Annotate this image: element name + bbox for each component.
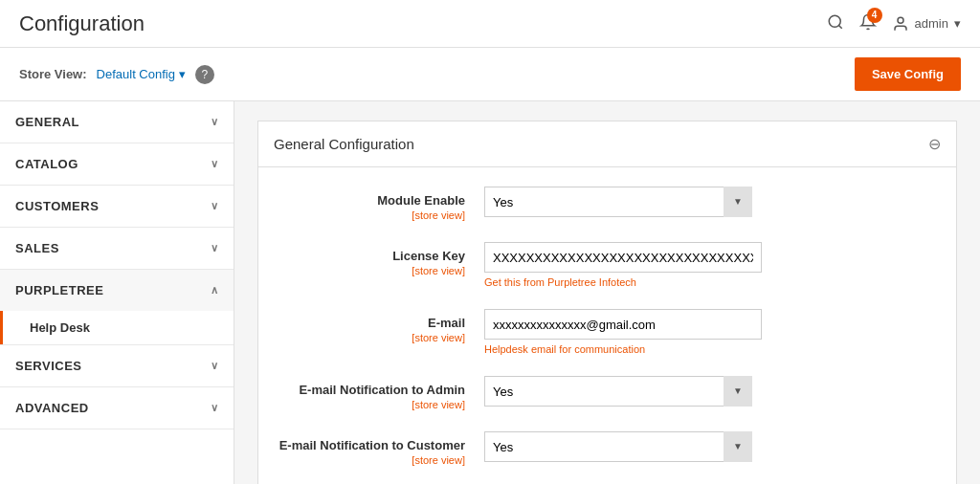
form-row-license-key: License Key [store view] Get this from P… <box>274 242 941 288</box>
notification-badge: 4 <box>867 8 882 23</box>
form-label-email-notification-admin: E-mail Notification to Admin [store view… <box>274 376 484 410</box>
sidebar-item-sales-label: SALES <box>15 241 59 255</box>
customers-chevron-icon: ∨ <box>211 200 219 212</box>
section-title: General Configuration <box>274 136 414 152</box>
module-enable-label: Module Enable <box>377 193 465 208</box>
email-sub-label: [store view] <box>274 332 465 343</box>
store-view-dropdown[interactable]: Default Config ▾ <box>97 67 186 81</box>
page-title: Configuration <box>19 11 145 36</box>
sidebar-item-catalog-label: CATALOG <box>15 157 78 171</box>
form-row-module-enable: Module Enable [store view] Yes No <box>274 187 941 221</box>
email-notification-admin-sub-label: [store view] <box>274 399 465 410</box>
email-notification-customer-label: E-mail Notification to Customer <box>279 438 465 452</box>
form-field-module-enable: Yes No <box>484 187 941 217</box>
svg-line-1 <box>838 25 841 28</box>
form-label-email: E-mail [store view] <box>274 309 484 343</box>
purpletree-sub-items: Help Desk <box>0 311 234 344</box>
sidebar-item-services-label: SERVICES <box>15 359 82 373</box>
sidebar-item-purpletree-label: PURPLETREE <box>15 283 103 297</box>
email-label: E-mail <box>428 316 465 330</box>
form-label-license-key: License Key [store view] <box>274 242 484 276</box>
admin-label: admin <box>915 16 948 31</box>
form-field-license-key: Get this from Purpletree Infotech <box>484 242 941 288</box>
store-view-bar: Store View: Default Config ▾ ? Save Conf… <box>0 48 980 101</box>
store-view-chevron-icon: ▾ <box>179 67 186 81</box>
sales-chevron-icon: ∨ <box>211 242 219 254</box>
sidebar-item-customers[interactable]: CUSTOMERS ∨ <box>0 186 234 228</box>
module-enable-select[interactable]: Yes No <box>484 187 752 217</box>
email-notification-customer-select-wrapper: Yes No <box>484 431 752 462</box>
license-key-hint: Get this from Purpletree Infotech <box>484 276 941 288</box>
general-chevron-icon: ∨ <box>211 116 219 128</box>
sidebar-subitem-helpdesk[interactable]: Help Desk <box>0 311 234 344</box>
notification-button[interactable]: 4 <box>859 13 877 34</box>
catalog-chevron-icon: ∨ <box>211 158 219 170</box>
sidebar-item-general[interactable]: GENERAL ∨ <box>0 101 234 143</box>
email-notification-admin-label: E-mail Notification to Admin <box>299 383 465 397</box>
collapse-icon[interactable]: ⊖ <box>928 135 941 153</box>
form-row-email: E-mail [store view] Helpdesk email for c… <box>274 309 941 355</box>
email-notification-customer-select[interactable]: Yes No <box>484 431 752 462</box>
module-enable-select-wrapper: Yes No <box>484 187 752 217</box>
store-view-label: Store View: <box>19 67 87 81</box>
license-key-label: License Key <box>392 249 465 263</box>
config-panel-header: General Configuration ⊖ <box>258 121 956 167</box>
store-view-left: Store View: Default Config ▾ ? <box>19 65 214 84</box>
help-icon[interactable]: ? <box>195 65 214 84</box>
sidebar-item-advanced-label: ADVANCED <box>15 401 89 415</box>
module-enable-sub-label: [store view] <box>274 209 465 221</box>
header-right: 4 admin ▾ <box>827 13 961 34</box>
sidebar-item-catalog[interactable]: CATALOG ∨ <box>0 143 234 186</box>
sidebar-item-customers-label: CUSTOMERS <box>15 199 99 213</box>
email-notification-admin-select-wrapper: Yes No <box>484 376 752 407</box>
form-field-email-notification-customer: Yes No <box>484 431 941 462</box>
form-field-email-notification-admin: Yes No <box>484 376 941 407</box>
config-panel-body: Module Enable [store view] Yes No <box>258 167 956 484</box>
email-notification-customer-sub-label: [store view] <box>274 454 465 466</box>
license-key-input[interactable] <box>484 242 762 273</box>
email-notification-admin-select[interactable]: Yes No <box>484 376 752 407</box>
sidebar-item-general-label: GENERAL <box>15 115 79 129</box>
sidebar-item-services[interactable]: SERVICES ∨ <box>0 345 234 387</box>
license-key-sub-label: [store view] <box>274 265 465 276</box>
purpletree-chevron-icon: ∧ <box>211 284 219 297</box>
email-input[interactable] <box>484 309 762 340</box>
form-label-email-notification-customer: E-mail Notification to Customer [store v… <box>274 431 484 466</box>
save-config-button[interactable]: Save Config <box>855 57 961 91</box>
form-row-email-notification-admin: E-mail Notification to Admin [store view… <box>274 376 941 410</box>
svg-point-0 <box>829 15 840 27</box>
form-field-email: Helpdesk email for communication <box>484 309 941 355</box>
admin-chevron-icon: ▾ <box>954 16 961 31</box>
top-header: Configuration 4 admin ▾ <box>0 0 980 48</box>
search-icon[interactable] <box>827 13 844 34</box>
main-layout: GENERAL ∨ CATALOG ∨ CUSTOMERS ∨ SALES ∨ <box>0 101 980 484</box>
store-view-value: Default Config <box>97 67 175 81</box>
sidebar-item-catalog-header[interactable]: CATALOG ∨ <box>0 143 234 185</box>
sidebar-item-advanced[interactable]: ADVANCED ∨ <box>0 387 234 429</box>
advanced-chevron-icon: ∨ <box>211 402 219 414</box>
content-area: General Configuration ⊖ Module Enable [s… <box>234 101 980 484</box>
sidebar-item-sales[interactable]: SALES ∨ <box>0 228 234 270</box>
email-hint: Helpdesk email for communication <box>484 343 941 355</box>
sidebar-item-advanced-header[interactable]: ADVANCED ∨ <box>0 387 234 429</box>
sidebar-item-purpletree-header[interactable]: PURPLETREE ∧ <box>0 270 234 311</box>
sidebar-item-sales-header[interactable]: SALES ∨ <box>0 228 234 269</box>
form-label-module-enable: Module Enable [store view] <box>274 187 484 221</box>
sidebar-item-purpletree[interactable]: PURPLETREE ∧ Help Desk <box>0 270 234 345</box>
sidebar-item-services-header[interactable]: SERVICES ∨ <box>0 345 234 386</box>
sidebar: GENERAL ∨ CATALOG ∨ CUSTOMERS ∨ SALES ∨ <box>0 101 234 484</box>
sidebar-item-customers-header[interactable]: CUSTOMERS ∨ <box>0 186 234 227</box>
form-row-email-notification-customer: E-mail Notification to Customer [store v… <box>274 431 941 466</box>
sidebar-item-general-header[interactable]: GENERAL ∨ <box>0 101 234 143</box>
config-panel: General Configuration ⊖ Module Enable [s… <box>257 121 957 484</box>
services-chevron-icon: ∨ <box>211 360 219 372</box>
svg-point-2 <box>898 17 903 23</box>
admin-menu[interactable]: admin ▾ <box>892 15 961 33</box>
